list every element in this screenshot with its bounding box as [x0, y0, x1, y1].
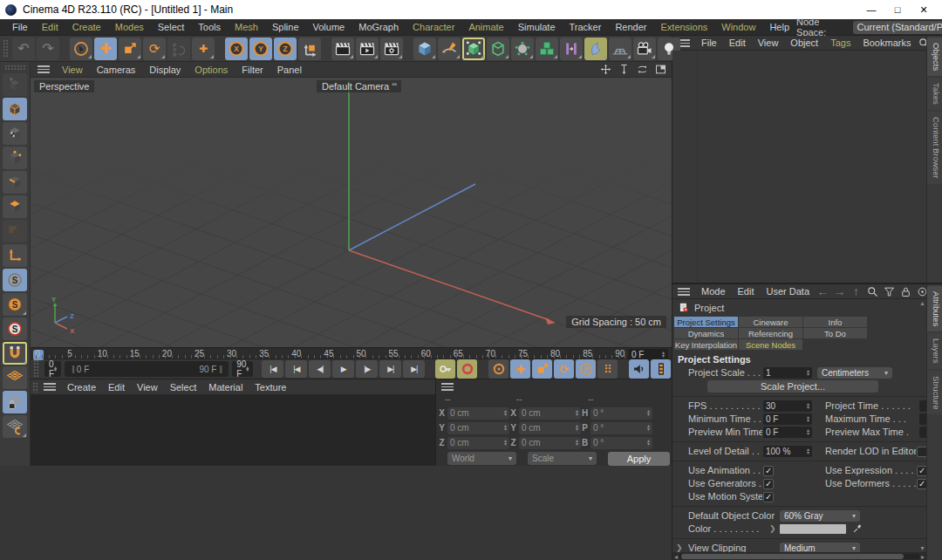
timeline-range-slider[interactable]: || 0 F 90 F || [65, 361, 229, 377]
palette-drag-handle[interactable] [4, 65, 25, 70]
menu-item-edit[interactable]: Edit [35, 22, 65, 32]
goto-start-button[interactable]: |◀ [262, 360, 283, 378]
next-key-button[interactable]: ▶| [379, 360, 401, 378]
spinner-arrows-icon[interactable] [647, 440, 650, 446]
menu-item-render[interactable]: Render [608, 22, 653, 32]
position-field-x[interactable]: 0 cm [447, 407, 509, 420]
spinner-arrows-icon[interactable] [662, 352, 665, 358]
menu-item-volume[interactable]: Volume [306, 22, 352, 32]
menu-item-mograph[interactable]: MoGraph [352, 22, 406, 32]
am-tab-structure[interactable]: Structure [927, 371, 942, 415]
scrollbar-handle[interactable] [681, 554, 904, 559]
cloner-button[interactable] [536, 38, 558, 60]
camera-label[interactable]: Default Camera °° [317, 80, 401, 92]
spinner-arrows-icon[interactable] [504, 425, 507, 431]
apply-button[interactable]: Apply [608, 452, 670, 466]
position-field-y[interactable]: 0 cm [447, 422, 509, 434]
keyframe-selection-button[interactable] [488, 359, 509, 379]
rotation-field-p[interactable]: 0 ° [590, 422, 652, 434]
hamburger-menu-icon[interactable] [441, 383, 454, 391]
coordinate-system-button[interactable] [298, 38, 321, 60]
menu-item-object[interactable]: Object [784, 38, 824, 48]
use-generators-checkbox[interactable] [763, 479, 774, 489]
scroll-right-icon[interactable]: ▸ [921, 553, 925, 560]
use-motion-system-checkbox[interactable] [763, 492, 774, 502]
menu-item-cameras[interactable]: Cameras [90, 65, 143, 75]
hamburger-menu-icon[interactable] [44, 383, 56, 391]
attr-tab-info[interactable]: Info [803, 317, 867, 327]
node-space-dropdown[interactable]: Current (Standard/Physical) [853, 21, 942, 34]
play-button[interactable]: ▶ [332, 360, 354, 378]
menu-item-mode[interactable]: Mode [695, 286, 732, 297]
menu-item-create[interactable]: Create [61, 382, 102, 393]
range-left-grip[interactable]: || [69, 365, 77, 373]
axis-mode-button[interactable] [3, 244, 27, 267]
live-selection-tool[interactable] [70, 38, 92, 60]
enable-snap-button[interactable] [3, 269, 27, 291]
menu-item-view[interactable]: View [131, 382, 164, 393]
scrollbar-track[interactable] [679, 554, 919, 559]
menu-item-modes[interactable]: Modes [108, 22, 151, 32]
expand-arrow-icon[interactable]: ❯ [676, 542, 683, 552]
record-rotation-button[interactable]: ⟳ [554, 359, 574, 379]
spinner-arrows-icon[interactable] [807, 403, 809, 409]
scale-tool[interactable] [119, 38, 141, 60]
spinner-arrows-icon[interactable] [647, 425, 650, 431]
am-tab-layers[interactable]: Layers [927, 333, 942, 369]
om-tab-objects[interactable]: Objects [927, 38, 942, 76]
hamburger-menu-icon[interactable] [38, 65, 50, 73]
fps-field[interactable]: 30 [763, 400, 812, 412]
record-position-button[interactable]: ✚ [510, 359, 530, 379]
scroll-down-icon[interactable]: ▼ [919, 545, 925, 551]
rotation-field-h[interactable]: 0 ° [590, 407, 652, 420]
quantize-button[interactable] [3, 342, 27, 365]
environment-button[interactable] [609, 38, 631, 60]
undo-button[interactable]: ↶ [12, 38, 35, 60]
spinner-arrows-icon[interactable] [807, 416, 809, 422]
rotation-field-b[interactable]: 0 ° [590, 437, 652, 449]
minimum-time-field[interactable]: 0 F [763, 413, 812, 425]
render-settings-button[interactable] [380, 38, 403, 60]
spinner-arrows-icon[interactable] [576, 425, 578, 431]
record-scale-button[interactable] [532, 359, 552, 379]
scale-project-button[interactable]: Scale Project... [707, 380, 878, 393]
attr-tab-dynamics[interactable]: Dynamics [674, 328, 738, 338]
toolbar-drag-handle[interactable] [3, 39, 9, 58]
spinner-arrows-icon[interactable] [504, 440, 507, 446]
render-view-button[interactable] [331, 38, 354, 60]
om-tab-content-browser[interactable]: Content Browser [927, 112, 942, 184]
size-field-y[interactable]: 0 cm [519, 422, 581, 434]
menu-item-view[interactable]: View [55, 65, 90, 75]
lock-workplane-button[interactable] [3, 391, 27, 413]
previous-key-button[interactable]: |◀ [285, 360, 307, 378]
workplane-mode-button[interactable] [3, 366, 27, 389]
preview-min-time-field[interactable]: 0 F [763, 427, 812, 438]
menu-item-select[interactable]: Select [164, 382, 203, 393]
spinner-arrows-icon[interactable] [504, 410, 507, 416]
attr-tab-cineware[interactable]: Cineware [739, 317, 802, 327]
level-of-detail-field[interactable]: 100 % [763, 446, 812, 457]
toggle-view-button[interactable] [653, 62, 668, 77]
close-button[interactable]: ✕ [911, 4, 937, 16]
previous-frame-button[interactable]: ◀| [309, 360, 331, 378]
spinner-arrows-icon[interactable] [647, 410, 650, 416]
eyedropper-icon[interactable] [852, 522, 864, 534]
menu-item-filter[interactable]: Filter [235, 65, 270, 75]
make-editable-button[interactable] [3, 73, 27, 96]
tweak-mode-button[interactable] [3, 220, 27, 242]
move-tool[interactable]: ✚ [94, 38, 117, 60]
zoom-view-button[interactable] [617, 62, 631, 77]
coordinate-mode-dropdown[interactable]: World [447, 452, 516, 465]
spinner-arrows-icon[interactable] [54, 366, 57, 372]
camera-button[interactable] [633, 38, 656, 60]
autokeying-button[interactable] [457, 359, 477, 379]
menu-item-extensions[interactable]: Extensions [653, 22, 714, 32]
point-mode-button[interactable] [3, 147, 27, 169]
horizontal-scrollbar[interactable]: ◂ ▸ [672, 552, 926, 560]
timeline-ruler[interactable]: 051015202530354045505560657075808590 0 F [31, 347, 672, 359]
subdivision-surface-button[interactable] [462, 38, 485, 60]
menu-item-help[interactable]: Help [762, 22, 796, 32]
edge-mode-button[interactable] [3, 171, 27, 194]
project-scale-field[interactable]: 1 [763, 367, 812, 379]
pan-view-button[interactable] [598, 62, 613, 77]
